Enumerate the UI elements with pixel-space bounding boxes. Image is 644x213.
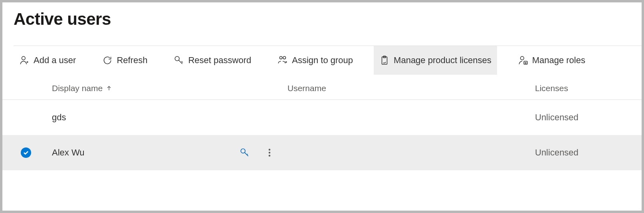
- table-row[interactable]: gds Unlicensed: [2, 100, 642, 135]
- manage-roles-button[interactable]: Manage roles: [512, 46, 591, 75]
- svg-point-2: [280, 56, 283, 59]
- col-displayname-header[interactable]: Display name: [52, 84, 287, 93]
- row-checkbox[interactable]: [14, 147, 52, 158]
- manage-licenses-label: Manage product licenses: [394, 55, 491, 66]
- assign-group-button[interactable]: Assign to group: [272, 46, 359, 75]
- reset-password-button[interactable]: Reset password: [168, 46, 257, 75]
- person-role-icon: [518, 55, 528, 66]
- svg-point-10: [269, 152, 270, 153]
- clipboard-icon: [379, 55, 390, 66]
- col-licenses-header[interactable]: Licenses: [535, 84, 642, 93]
- more-vertical-icon[interactable]: [264, 147, 275, 158]
- key-icon: [174, 55, 184, 66]
- svg-point-0: [22, 56, 26, 60]
- svg-point-8: [241, 149, 245, 153]
- svg-point-11: [269, 155, 270, 156]
- refresh-icon: [102, 55, 113, 66]
- col-username-header[interactable]: Username: [287, 84, 535, 93]
- page-title: Active users: [2, 2, 642, 29]
- reset-password-label: Reset password: [188, 55, 251, 66]
- table-header: Display name Username Licenses: [2, 75, 642, 100]
- group-add-icon: [277, 55, 288, 66]
- svg-point-9: [269, 149, 270, 150]
- manage-roles-label: Manage roles: [532, 55, 585, 66]
- row-licenses: Unlicensed: [535, 112, 579, 122]
- svg-point-6: [520, 56, 524, 60]
- manage-licenses-button[interactable]: Manage product licenses: [374, 46, 497, 75]
- refresh-label: Refresh: [117, 55, 147, 66]
- row-licenses: Unlicensed: [535, 147, 579, 157]
- table-row[interactable]: Alex Wu Unlicensed: [2, 135, 642, 170]
- svg-point-3: [283, 56, 286, 59]
- sort-ascending-icon: [106, 85, 112, 92]
- refresh-button[interactable]: Refresh: [97, 46, 153, 75]
- add-user-label: Add a user: [34, 55, 76, 66]
- row-displayname[interactable]: gds: [52, 112, 66, 123]
- toolbar: Add a user Refresh Reset password Assign…: [2, 46, 642, 75]
- add-user-button[interactable]: Add a user: [14, 46, 81, 75]
- person-add-icon: [19, 55, 30, 66]
- check-circle-icon: [21, 147, 31, 158]
- assign-group-label: Assign to group: [292, 55, 353, 66]
- row-key-icon[interactable]: [240, 147, 250, 158]
- row-displayname[interactable]: Alex Wu: [52, 147, 85, 158]
